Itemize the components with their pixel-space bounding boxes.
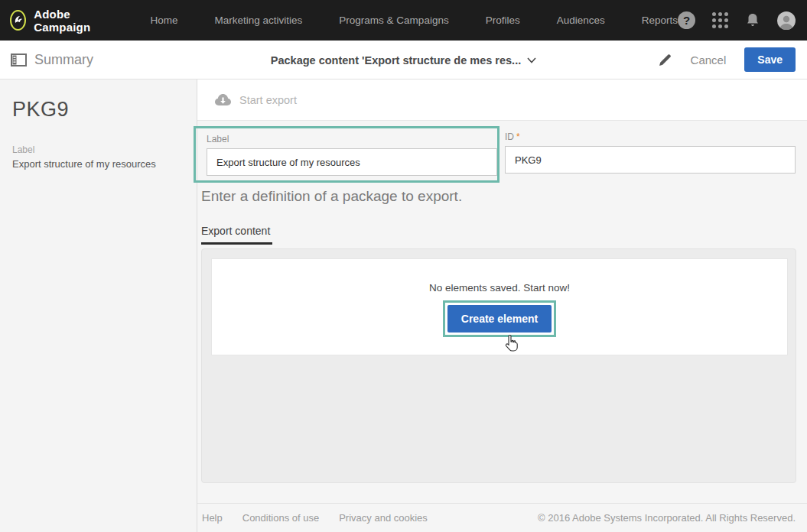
chevron-down-icon — [527, 54, 536, 66]
nav-item-reports[interactable]: Reports — [642, 15, 678, 26]
footer-link-conditions[interactable]: Conditions of use — [242, 512, 319, 524]
page-body: PKG9 Label Export structure of my resour… — [0, 79, 807, 532]
tab-label: Export content — [201, 225, 272, 237]
create-element-button[interactable]: Create element — [447, 305, 552, 332]
actions-toolbar: Start export — [197, 79, 807, 121]
nav-item-programs-campaigns[interactable]: Programs & Campaigns — [339, 15, 448, 26]
footer-link-privacy[interactable]: Privacy and cookies — [339, 512, 428, 524]
tab-active-underline — [201, 242, 272, 245]
adobe-campaign-app: Adobe Campaign Home Marketing activities… — [0, 0, 807, 532]
id-field-group: ID* — [505, 131, 796, 174]
sidebar-label-caption: Label — [12, 144, 184, 155]
nav-item-profiles[interactable]: Profiles — [486, 15, 520, 26]
label-input[interactable] — [207, 148, 497, 176]
user-avatar[interactable] — [777, 11, 796, 30]
cloud-download-icon — [214, 92, 232, 107]
hand-cursor-icon — [504, 334, 519, 355]
sidebar-label-value: Export structure of my resources — [12, 158, 184, 170]
brand-name: Adobe Campaign — [34, 8, 106, 34]
top-navigation-bar: Adobe Campaign Home Marketing activities… — [0, 0, 807, 41]
help-icon[interactable]: ? — [678, 11, 695, 29]
package-title-text: Package content 'Export structure de mes… — [271, 54, 521, 66]
start-export-label: Start export — [239, 94, 297, 106]
footer-link-help[interactable]: Help — [202, 512, 223, 524]
action-bar-buttons: Cancel Save — [658, 47, 796, 72]
package-description-text: Enter a definition of a package to expor… — [201, 188, 462, 205]
primary-nav: Home Marketing activities Programs & Cam… — [151, 15, 678, 26]
package-id-heading: PKG9 — [12, 98, 184, 122]
apps-grid-icon[interactable] — [712, 12, 728, 28]
copyright-text: © 2016 Adobe Systems Incorporated. All R… — [538, 512, 796, 524]
main-content: Start export Label ID* Enter a definitio… — [197, 79, 807, 532]
empty-state-card: No elements saved. Start now! Create ele… — [211, 258, 788, 355]
nav-item-marketing-activities[interactable]: Marketing activities — [215, 15, 303, 26]
label-field-group-highlighted: Label — [194, 126, 499, 183]
footer-links: Help Conditions of use Privacy and cooki… — [202, 512, 428, 524]
id-input[interactable] — [505, 146, 796, 174]
nav-item-home[interactable]: Home — [151, 15, 178, 26]
nav-item-audiences[interactable]: Audiences — [557, 15, 605, 26]
save-button[interactable]: Save — [744, 47, 796, 72]
id-field-caption: ID* — [505, 131, 796, 142]
required-asterisk: * — [516, 131, 520, 142]
edit-pencil-icon[interactable] — [658, 53, 672, 67]
notifications-bell-icon[interactable] — [745, 12, 760, 29]
summary-sidebar: PKG9 Label Export structure of my resour… — [0, 79, 197, 532]
action-bar: Summary Package content 'Export structur… — [0, 41, 807, 79]
page-footer: Help Conditions of use Privacy and cooki… — [197, 503, 807, 532]
label-field-caption: Label — [207, 134, 497, 144]
export-content-panel: No elements saved. Start now! Create ele… — [201, 248, 796, 483]
tab-export-content[interactable]: Export content — [201, 225, 272, 245]
topnav-icons: ? — [678, 11, 796, 30]
create-element-highlight-frame: Create element — [443, 300, 556, 337]
cancel-button[interactable]: Cancel — [691, 54, 727, 66]
adobe-campaign-logo-icon — [10, 10, 26, 31]
start-export-button[interactable]: Start export — [214, 92, 297, 107]
brand[interactable]: Adobe Campaign — [10, 8, 106, 34]
empty-state-message: No elements saved. Start now! — [212, 282, 787, 294]
